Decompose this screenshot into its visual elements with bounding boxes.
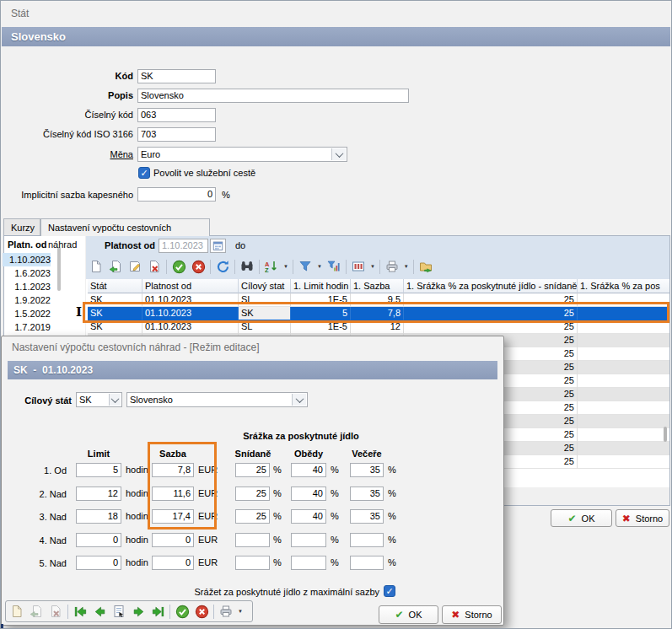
new-record-icon[interactable] — [89, 259, 104, 274]
limit-field[interactable]: 0 — [76, 556, 121, 570]
table-row-selected[interactable]: SK 01.10.2023 SK 5 7,8 25 — [88, 307, 669, 320]
popis-field[interactable]: Slovensko — [137, 89, 409, 103]
list-item-date[interactable]: 1.1.2023 — [3, 280, 51, 293]
tab-nastaveni-nahrad[interactable]: Nastavení vypočtu cestovních náhrad — [40, 218, 210, 236]
srazet-checkbox[interactable] — [384, 585, 395, 597]
filter-icon[interactable] — [298, 259, 313, 274]
table-scrollbar[interactable] — [664, 427, 667, 442]
filter-dropdown-arrow[interactable]: ▼ — [317, 259, 322, 274]
vecere-field[interactable]: 35 — [350, 509, 384, 524]
list-item-date[interactable]: 1.7.2019 — [3, 320, 51, 334]
iso-kod-field[interactable]: 703 — [137, 127, 216, 142]
insert-record-icon[interactable] — [29, 604, 44, 619]
vecere-field[interactable] — [350, 533, 384, 547]
delete-record-icon[interactable] — [48, 604, 63, 619]
columns-dropdown-arrow[interactable]: ▼ — [370, 259, 375, 274]
print-dropdown-arrow[interactable]: ▼ — [238, 604, 243, 619]
obedy-field[interactable]: 40 — [291, 463, 326, 477]
nav-next-icon[interactable] — [131, 604, 146, 619]
print-icon[interactable] — [218, 604, 234, 619]
obedy-field[interactable] — [291, 556, 326, 570]
tab-kurzy[interactable]: Kurzy — [3, 218, 40, 235]
sort-dropdown-arrow[interactable]: ▼ — [283, 259, 288, 274]
mena-label[interactable]: Měna — [9, 148, 133, 162]
list-item-date[interactable]: 1.6.2023 — [3, 266, 51, 280]
column-header[interactable]: 1. Srážka % za poskytnuté jídlo - snídan… — [404, 279, 578, 293]
kod-field[interactable]: SK — [137, 69, 216, 83]
column-header[interactable]: 1. Limit hodin — [291, 279, 351, 293]
list-item-date[interactable]: 1.5.2022 — [3, 307, 51, 320]
column-header[interactable]: 1. Sazba — [351, 279, 404, 293]
cilovy-stat-name-select[interactable]: Slovensko — [126, 392, 308, 407]
delete-record-icon[interactable] — [147, 259, 162, 274]
cancel-icon[interactable] — [191, 259, 206, 274]
obedy-field[interactable]: 40 — [291, 509, 326, 524]
dialog-ok-button[interactable]: ✔ OK — [379, 605, 438, 624]
limit-field[interactable]: 18 — [76, 509, 121, 524]
ok-button[interactable]: ✔ OK — [551, 509, 612, 527]
column-header[interactable]: 1. Srážka % za pos — [578, 279, 669, 293]
cancel-icon[interactable] — [194, 604, 209, 619]
hodin-label: hodin — [126, 509, 148, 524]
calendar-icon — [212, 240, 223, 251]
refresh-icon[interactable] — [215, 259, 230, 274]
sazba-field[interactable]: 11,6 — [152, 487, 194, 501]
kapesne-field[interactable]: 0 — [137, 187, 216, 202]
chevron-down-icon[interactable] — [331, 148, 346, 160]
storno-button[interactable]: ✖ Storno — [616, 509, 669, 527]
nav-prev-icon[interactable] — [92, 604, 107, 619]
columns-icon[interactable] — [351, 259, 366, 274]
column-header[interactable]: Stát — [88, 279, 142, 293]
mena-select[interactable]: Euro — [137, 147, 347, 162]
confirm-icon[interactable] — [175, 604, 190, 619]
list-item-date[interactable]: 1.9.2022 — [3, 293, 51, 307]
snidane-field[interactable] — [235, 533, 270, 547]
ciselny-kod-field[interactable]: 063 — [137, 108, 216, 122]
export-icon[interactable] — [418, 259, 433, 274]
povolit-checkbox[interactable] — [138, 167, 150, 179]
vecere-field[interactable] — [350, 556, 384, 570]
sazba-field[interactable]: 0 — [152, 533, 194, 547]
snidane-field[interactable]: 25 — [235, 487, 270, 501]
sazba-field[interactable]: 7,8 — [152, 463, 194, 477]
nav-first-icon[interactable] — [73, 604, 88, 619]
calendar-button[interactable] — [210, 239, 226, 253]
confirm-icon[interactable] — [171, 259, 186, 274]
limit-field[interactable]: 12 — [76, 487, 121, 501]
snidane-field[interactable] — [235, 556, 270, 570]
limit-field[interactable]: 5 — [76, 463, 121, 477]
filter-date-field[interactable]: 1.10.2023 — [159, 239, 208, 253]
column-header[interactable]: Cílový stat — [239, 279, 291, 293]
limit-field[interactable]: 0 — [76, 533, 121, 547]
sazba-field[interactable]: 0 — [152, 556, 194, 570]
chevron-down-icon[interactable] — [292, 394, 306, 406]
obedy-field[interactable] — [291, 533, 326, 547]
filter-values-icon[interactable] — [326, 259, 341, 274]
dialog-storno-button[interactable]: ✖ Storno — [442, 605, 502, 624]
toolbar-separator — [259, 260, 260, 274]
list-scrollbar[interactable] — [57, 247, 61, 291]
snidane-field[interactable]: 25 — [235, 509, 270, 524]
obedy-field[interactable]: 40 — [291, 487, 326, 501]
vecere-field[interactable]: 35 — [350, 487, 384, 501]
snidane-field[interactable]: 25 — [235, 463, 270, 477]
edit-record-icon[interactable] — [127, 259, 142, 274]
print-dropdown-arrow[interactable]: ▼ — [404, 259, 409, 274]
insert-record-icon[interactable] — [108, 259, 123, 274]
check-icon: ✔ — [568, 513, 577, 524]
filter-platnost-label: Platnost od — [85, 240, 155, 250]
cilovy-stat-code-select[interactable]: SK — [76, 392, 122, 407]
chevron-down-icon[interactable] — [109, 394, 121, 406]
new-record-icon[interactable] — [9, 604, 24, 619]
nav-last-icon[interactable] — [150, 604, 165, 619]
sort-az-icon[interactable]: AZ — [264, 259, 279, 274]
search-icon[interactable] — [239, 259, 255, 274]
table-row[interactable]: SK 01.10.2023 SL 1E-5 12 25 — [88, 320, 669, 334]
record-detail-icon[interactable] — [111, 604, 126, 619]
print-icon[interactable] — [384, 259, 400, 274]
table-row[interactable]: SK 01.10.2023 SI 1E-5 9,5 25 — [88, 293, 669, 307]
list-item-date[interactable]: 1.10.2023 — [3, 253, 51, 266]
sazba-field[interactable]: 17,4 — [152, 509, 194, 524]
vecere-field[interactable]: 35 — [350, 463, 384, 477]
column-header[interactable]: Platnost od — [142, 279, 239, 293]
